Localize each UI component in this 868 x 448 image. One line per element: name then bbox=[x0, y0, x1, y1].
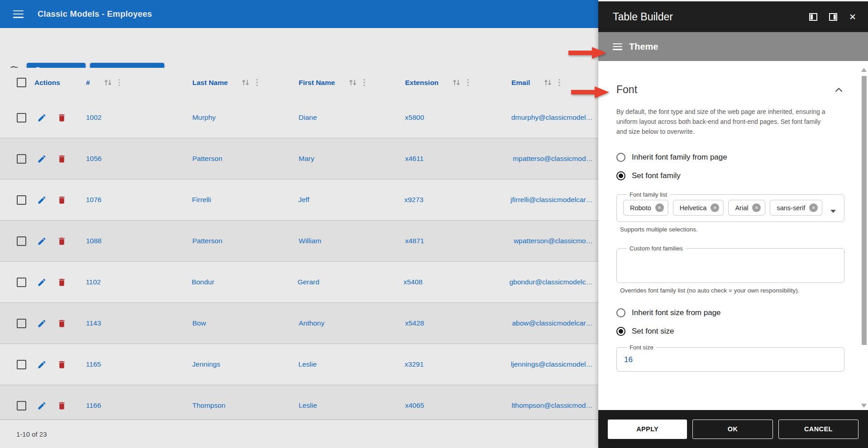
column-header--: # bbox=[86, 78, 192, 87]
sort-icon[interactable] bbox=[544, 79, 552, 86]
delete-trash-icon[interactable] bbox=[57, 236, 67, 246]
email-cell: mpatterso@classicmod… bbox=[511, 155, 598, 163]
column-menu-icon[interactable] bbox=[362, 78, 366, 87]
apply-button[interactable]: APPLY bbox=[608, 420, 687, 439]
ok-button[interactable]: OK bbox=[692, 420, 773, 439]
font-family-chip[interactable]: Helvetica✕ bbox=[673, 200, 724, 216]
sort-icon[interactable] bbox=[348, 79, 357, 86]
dropdown-caret-icon[interactable] bbox=[830, 210, 836, 213]
delete-trash-icon[interactable] bbox=[57, 154, 67, 164]
dock-left-icon[interactable] bbox=[809, 13, 817, 21]
chip-label: Arial bbox=[735, 204, 748, 212]
radio-set-font-family[interactable]: Set font family bbox=[616, 171, 843, 180]
sort-icon[interactable] bbox=[452, 79, 461, 86]
delete-trash-icon[interactable] bbox=[57, 195, 67, 205]
font-size-field[interactable]: Font size bbox=[616, 344, 844, 372]
radio-circle-icon[interactable] bbox=[616, 308, 625, 317]
drag-handle-icon[interactable] bbox=[613, 43, 622, 50]
custom-font-families-input[interactable] bbox=[623, 253, 839, 275]
edit-pencil-icon[interactable] bbox=[37, 236, 47, 246]
page-title: Classic Models - Employees bbox=[38, 9, 152, 19]
extension-cell: x9273 bbox=[404, 196, 510, 204]
column-header-last-name: Last Name bbox=[192, 78, 299, 87]
edit-pencil-icon[interactable] bbox=[37, 154, 47, 164]
row-checkbox-cell bbox=[0, 360, 33, 369]
radio-circle-icon[interactable] bbox=[616, 327, 625, 336]
row-actions-cell bbox=[33, 195, 86, 205]
sort-icon[interactable] bbox=[104, 79, 112, 86]
last-name-cell: Bondur bbox=[191, 278, 297, 286]
last-name-cell: Patterson bbox=[192, 155, 299, 163]
row-checkbox[interactable] bbox=[17, 360, 26, 369]
font-size-input[interactable] bbox=[623, 352, 839, 365]
row-checkbox[interactable] bbox=[17, 113, 26, 123]
font-family-chip[interactable]: sans-serif✕ bbox=[770, 200, 822, 216]
radio-inherit-font-family[interactable]: Inherit font family from page bbox=[616, 153, 843, 162]
scrollbar-down-icon[interactable] bbox=[861, 404, 867, 408]
font-family-helper: Supports multiple selections. bbox=[620, 226, 843, 233]
delete-trash-icon[interactable] bbox=[57, 319, 67, 328]
select-all-checkbox[interactable] bbox=[17, 78, 26, 87]
font-family-chip[interactable]: Arial✕ bbox=[728, 200, 765, 216]
table-row: 1165JenningsLesliex3291ljennings@classic… bbox=[0, 344, 598, 385]
column-menu-icon[interactable] bbox=[558, 78, 561, 87]
row-actions-cell bbox=[33, 154, 86, 164]
column-menu-icon[interactable] bbox=[466, 78, 470, 87]
custom-font-families-label: Custom font families bbox=[627, 245, 686, 252]
extension-cell: x4065 bbox=[405, 401, 511, 410]
font-family-list-field[interactable]: Font family list Roboto✕Helvetica✕Arial✕… bbox=[616, 191, 844, 222]
font-family-list-label: Font family list bbox=[627, 191, 670, 198]
table-row: 1076FirrelliJeffx9273jfirrelli@classicmo… bbox=[0, 179, 598, 221]
radio-circle-icon[interactable] bbox=[616, 171, 625, 180]
email-cell: gbondur@classicmodelc… bbox=[509, 278, 598, 286]
chip-remove-icon[interactable]: ✕ bbox=[711, 203, 719, 212]
radio-inherit-font-size[interactable]: Inherit font size from page bbox=[616, 308, 843, 317]
row-checkbox[interactable] bbox=[17, 154, 26, 164]
column-menu-icon[interactable] bbox=[118, 78, 121, 87]
chip-label: Roboto bbox=[630, 204, 651, 212]
edit-pencil-icon[interactable] bbox=[37, 401, 47, 410]
column-label: Extension bbox=[405, 79, 439, 87]
delete-trash-icon[interactable] bbox=[57, 278, 67, 287]
sort-icon[interactable] bbox=[241, 79, 250, 86]
delete-trash-icon[interactable] bbox=[57, 401, 67, 410]
chip-remove-icon[interactable]: ✕ bbox=[752, 203, 761, 212]
row-checkbox-cell bbox=[0, 278, 33, 287]
edit-pencil-icon[interactable] bbox=[37, 319, 47, 328]
row-checkbox[interactable] bbox=[17, 319, 26, 328]
last-name-cell: Murphy bbox=[192, 113, 299, 122]
extension-cell: x5428 bbox=[405, 319, 511, 327]
row-checkbox[interactable] bbox=[17, 401, 26, 410]
theme-section-header[interactable]: Theme bbox=[598, 32, 868, 61]
delete-trash-icon[interactable] bbox=[57, 113, 67, 123]
cancel-button[interactable]: CANCEL bbox=[778, 420, 858, 439]
font-family-chip[interactable]: Roboto✕ bbox=[623, 200, 668, 216]
scrollbar-up-icon[interactable] bbox=[861, 68, 867, 72]
close-icon[interactable]: ✕ bbox=[849, 13, 856, 21]
chip-remove-icon[interactable]: ✕ bbox=[809, 203, 818, 212]
edit-pencil-icon[interactable] bbox=[37, 195, 47, 205]
edit-pencil-icon[interactable] bbox=[37, 360, 47, 369]
extension-cell: x5408 bbox=[403, 278, 509, 286]
row-checkbox[interactable] bbox=[17, 278, 26, 287]
table-row: 1166ThompsonLesliex4065lthompson@classic… bbox=[0, 385, 598, 420]
column-menu-icon[interactable] bbox=[255, 78, 259, 87]
toolbar: NEW ROW BULK ACTIONS bbox=[0, 28, 598, 68]
row-number: 1166 bbox=[86, 401, 192, 410]
email-cell: jfirrelli@classicmodelcar… bbox=[510, 196, 598, 204]
edit-pencil-icon[interactable] bbox=[37, 113, 47, 123]
chevron-up-icon bbox=[835, 87, 843, 92]
radio-circle-icon[interactable] bbox=[616, 153, 625, 162]
row-checkbox[interactable] bbox=[17, 236, 26, 246]
custom-font-families-field[interactable]: Custom font families bbox=[616, 245, 844, 283]
chip-remove-icon[interactable]: ✕ bbox=[655, 203, 664, 212]
edit-pencil-icon[interactable] bbox=[37, 278, 47, 287]
row-checkbox[interactable] bbox=[17, 195, 26, 205]
radio-set-font-size[interactable]: Set font size bbox=[616, 327, 843, 336]
font-section-toggle[interactable]: Font bbox=[616, 84, 843, 96]
delete-trash-icon[interactable] bbox=[57, 360, 67, 369]
dock-right-icon[interactable] bbox=[829, 13, 837, 21]
menu-icon[interactable] bbox=[13, 10, 24, 18]
font-section-title: Font bbox=[616, 84, 637, 96]
scrollbar-thumb[interactable] bbox=[862, 76, 867, 345]
